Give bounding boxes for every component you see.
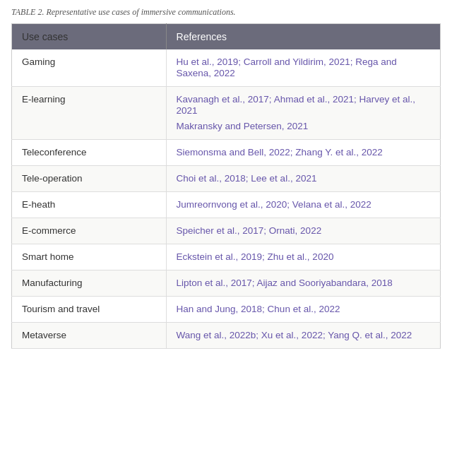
ref-link: Jumreornvong et al., 2020; Velana et al.… xyxy=(177,199,371,210)
references-cell: Kavanagh et al., 2017; Ahmad et al., 202… xyxy=(166,87,440,140)
use-case-cell: Tourism and travel xyxy=(12,297,167,323)
ref-link: Choi et al., 2018; Lee et al., 2021 xyxy=(177,173,317,184)
use-case-cell: Gaming xyxy=(12,49,167,87)
references-cell: Speicher et al., 2017; Ornati, 2022 xyxy=(166,218,440,244)
ref-link: Siemonsma and Bell, 2022; Zhang Y. et al… xyxy=(177,147,383,157)
references-cell: Lipton et al., 2017; Aijaz and Sooriyaba… xyxy=(166,270,440,297)
ref-paragraph: Eckstein et al., 2019; Zhu et al., 2020 xyxy=(177,251,430,263)
table-row: TeleconferenceSiemonsma and Bell, 2022; … xyxy=(12,140,441,166)
table-row: GamingHu et al., 2019; Carroll and Yildi… xyxy=(12,49,441,87)
use-case-cell: Smart home xyxy=(12,244,167,270)
ref-link: Wang et al., 2022b; Xu et al., 2022; Yan… xyxy=(177,330,412,340)
table-row: MetaverseWang et al., 2022b; Xu et al., … xyxy=(12,323,441,349)
ref-paragraph: Jumreornvong et al., 2020; Velana et al.… xyxy=(177,199,430,210)
table-row: Tourism and travelHan and Jung, 2018; Ch… xyxy=(12,297,441,323)
use-case-cell: E-learning xyxy=(12,87,167,140)
use-case-cell: Tele-operation xyxy=(12,166,167,192)
ref-link: Hu et al., 2019; Carroll and Yildirim, 2… xyxy=(177,56,397,78)
table-row: E-commerceSpeicher et al., 2017; Ornati,… xyxy=(12,218,441,244)
table-row: E-learningKavanagh et al., 2017; Ahmad e… xyxy=(12,87,441,140)
use-case-cell: E-commerce xyxy=(12,218,167,244)
header-references: References xyxy=(166,24,440,50)
table-caption: TABLE 2. Representative use cases of imm… xyxy=(11,7,441,18)
references-cell: Eckstein et al., 2019; Zhu et al., 2020 xyxy=(166,244,440,270)
table-row: Smart homeEckstein et al., 2019; Zhu et … xyxy=(12,244,441,270)
table-row: E-heathJumreornvong et al., 2020; Velana… xyxy=(12,192,441,218)
ref-paragraph: Kavanagh et al., 2017; Ahmad et al., 202… xyxy=(177,94,430,117)
ref-paragraph: Siemonsma and Bell, 2022; Zhang Y. et al… xyxy=(177,147,430,158)
table-body: GamingHu et al., 2019; Carroll and Yildi… xyxy=(12,49,441,349)
ref-paragraph: Han and Jung, 2018; Chun et al., 2022 xyxy=(177,304,430,315)
ref-link: Lipton et al., 2017; Aijaz and Sooriyaba… xyxy=(177,278,393,288)
ref-paragraph: Hu et al., 2019; Carroll and Yildirim, 2… xyxy=(177,56,430,79)
ref-link: Han and Jung, 2018; Chun et al., 2022 xyxy=(177,304,340,314)
main-table: Use cases References GamingHu et al., 20… xyxy=(11,23,441,349)
header-use-cases: Use cases xyxy=(12,24,167,50)
ref-link: Eckstein et al., 2019; Zhu et al., 2020 xyxy=(177,251,334,262)
ref-paragraph: Makransky and Petersen, 2021 xyxy=(177,121,430,132)
references-cell: Siemonsma and Bell, 2022; Zhang Y. et al… xyxy=(166,140,440,166)
ref-paragraph: Lipton et al., 2017; Aijaz and Sooriyaba… xyxy=(177,278,430,289)
ref-link: Makransky and Petersen, 2021 xyxy=(177,121,309,131)
references-cell: Choi et al., 2018; Lee et al., 2021 xyxy=(166,166,440,192)
references-cell: Wang et al., 2022b; Xu et al., 2022; Yan… xyxy=(166,323,440,349)
use-case-cell: E-heath xyxy=(12,192,167,218)
references-cell: Jumreornvong et al., 2020; Velana et al.… xyxy=(166,192,440,218)
ref-link: Speicher et al., 2017; Ornati, 2022 xyxy=(177,225,322,236)
ref-paragraph: Choi et al., 2018; Lee et al., 2021 xyxy=(177,173,430,184)
references-cell: Han and Jung, 2018; Chun et al., 2022 xyxy=(166,297,440,323)
table-row: Tele-operationChoi et al., 2018; Lee et … xyxy=(12,166,441,192)
use-case-cell: Teleconference xyxy=(12,140,167,166)
references-cell: Hu et al., 2019; Carroll and Yildirim, 2… xyxy=(166,49,440,87)
ref-paragraph: Wang et al., 2022b; Xu et al., 2022; Yan… xyxy=(177,330,430,341)
use-case-cell: Manufacturing xyxy=(12,270,167,297)
table-row: ManufacturingLipton et al., 2017; Aijaz … xyxy=(12,270,441,297)
ref-paragraph: Speicher et al., 2017; Ornati, 2022 xyxy=(177,225,430,237)
use-case-cell: Metaverse xyxy=(12,323,167,349)
ref-link: Kavanagh et al., 2017; Ahmad et al., 202… xyxy=(177,94,415,116)
table-header: Use cases References xyxy=(12,24,441,50)
